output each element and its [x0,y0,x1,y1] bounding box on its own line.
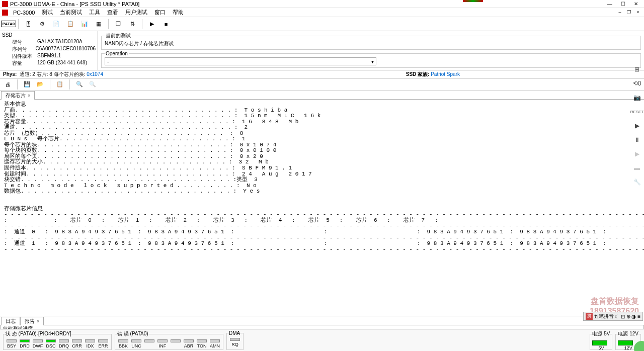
ssd-header: SSD [2,32,96,38]
error-fieldset: 错 误 (PATA0) BBKUNCINFABRTONAMN [115,330,223,350]
rt-pause-icon[interactable]: ⏸ [632,135,642,145]
tab-storage-chip[interactable]: 存储芯片 × [1,91,35,100]
blocks-value: 0x1074 [87,71,103,77]
tab-close-icon[interactable]: × [37,319,39,324]
rt-expand-icon[interactable]: ⊞ [632,64,642,74]
report-content: 基本信息 厂商. . . . . . . . . . . . . . . . .… [0,100,644,316]
tab-log[interactable]: 日志 [1,317,20,325]
mdi-close[interactable]: × [634,10,642,16]
led-ton: TON [196,338,208,348]
tool-doc2-icon[interactable]: 📋 [64,18,77,30]
tool-grid-icon[interactable]: ▦ [92,18,105,30]
ssd-model: GALAX TA1D0120A [37,39,83,46]
menu-window[interactable]: 窗口 [151,8,169,17]
led-inf: INF [156,338,169,348]
print-icon[interactable]: 🖨 [2,79,13,90]
mdi-minimize[interactable]: – [616,10,624,16]
main-toolbar: PATA0 🗄 ⚙ 📄 📋 📊 ▦ ❐ ⇅ ▶ ■ [0,17,644,31]
led-abr: ABR [183,338,195,348]
operation-dropdown[interactable]: - [105,57,376,65]
led-bbk: BBK [117,338,129,348]
open-icon[interactable]: 📂 [35,79,46,90]
led- [170,338,182,348]
led-amn: AMN [209,338,221,348]
ssd-family-link[interactable]: Patriot Spark [431,71,460,77]
ssd-info-panel: SSD 型号GALAX TA1D0120A 序列号C6A0077A1CEC018… [0,31,98,70]
window-title: PC-3000 UDMA-E - China - [PS SSD Utility… [10,1,604,7]
led-idx: IDX [84,338,96,348]
menu-help[interactable]: 帮助 [170,8,187,17]
copy-icon[interactable]: 📋 [54,79,65,90]
mdi-restore[interactable]: ❐ [625,10,633,16]
tool-chart-icon[interactable]: 📊 [78,18,91,30]
tool-doc1-icon[interactable]: 📄 [50,18,63,30]
play-button[interactable]: ▶ [145,18,158,30]
maximize-button[interactable]: ☐ [617,1,629,8]
led-crr: CRR [71,338,83,348]
ssd-serial: C6A0077A1CEC01810706 [35,46,96,53]
menu-pc3000[interactable]: PC-3000 [10,9,38,16]
rt-chip-icon[interactable]: ▬ [632,163,642,173]
led- [143,338,155,348]
tab-report[interactable]: 报告× [20,317,44,325]
led-rq: RQ [229,337,241,347]
led-unc: UNC [130,338,142,348]
rt-zero-icon[interactable]: ⟲0 [632,78,642,89]
save-icon[interactable]: 💾 [22,79,33,90]
led-dsc: DSC [45,338,57,348]
ssd-firmware: SBFM91.1 [37,53,61,60]
menu-current[interactable]: 当前测试 [57,8,85,17]
rt-fwd-icon[interactable]: ▶ [632,149,642,159]
led-drd: DRD [19,338,31,348]
rt-wrench-icon[interactable]: 🔧 [632,177,642,187]
led-drq: DRQ [58,338,70,348]
find-next-icon[interactable]: 🔍 [87,79,98,90]
binoculars-icon[interactable]: 🔍 [74,79,85,90]
stop-button[interactable]: ■ [159,18,173,30]
test-path: NAND闪存芯片 / 存储芯片测试 [105,40,637,47]
right-toolbar: ⊞ ⟲0 📷 RESET ▶ ⏸ ▶ ▬ 🔧 [631,64,643,187]
tool-db-icon[interactable]: 🗄 [22,18,35,30]
tool-sort-icon[interactable]: ⇅ [126,18,139,30]
menu-view[interactable]: 查看 [104,8,121,17]
menu-test[interactable]: 测试 [39,8,56,17]
minimize-button[interactable]: — [604,1,616,8]
phys-info-row: Phys: 通道: 2 芯片: 8 每个芯片的块: 0x1074 SSD 家族:… [0,70,644,78]
app-icon [2,1,8,7]
close-button[interactable]: ✕ [630,1,642,8]
tool-chip-icon[interactable]: ⚙ [36,18,49,30]
operation-fieldset: Operation - [101,51,641,68]
dma-fieldset: DMA RQ [226,330,244,350]
rt-play-icon[interactable]: ▶ [632,121,642,131]
rt-reset-icon[interactable]: RESET [632,107,642,117]
current-test-fieldset: 当前的测试 NAND闪存芯片 / 存储芯片测试 [101,32,641,50]
led-dwf: DWF [32,338,44,348]
ssd-capacity: 120 GB (234 441 648) [37,60,87,67]
rt-camera-icon[interactable]: 📷 [632,93,642,103]
status-fieldset: 状 态 (PATA0)-[PIO4+IORDY] BSYDRDDWFDSCDRQ… [3,330,112,350]
menu-tools[interactable]: 工具 [86,8,103,17]
power-5v: 电源 5V 5V [590,330,612,350]
tool-copy-icon[interactable]: ❐ [112,18,125,30]
menu-user[interactable]: 用户测试 [122,8,150,17]
ime-icon: 拼 [586,313,593,320]
led-bsy: BSY [6,338,18,348]
secondary-toolbar: 🖨 💾 📂 📋 🔍 🔍 [0,78,644,91]
led-err: ERR [97,338,109,348]
app-icon-small [2,10,8,16]
pata-icon[interactable]: PATA0 [2,18,15,30]
ime-bar[interactable]: 拼 五笔拼音 ☾ ⊡ ⊕ ◑ ≡ [583,312,643,321]
tab-close-icon[interactable]: × [28,93,30,98]
